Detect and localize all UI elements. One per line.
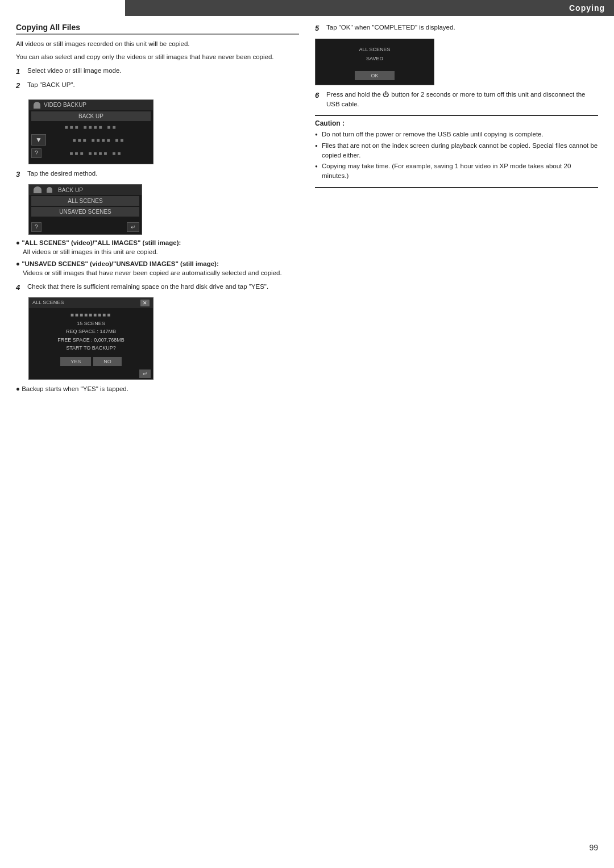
bullet2-text: Videos or still images that have never b… bbox=[16, 268, 299, 278]
screen3-header-left: ALL SCENES bbox=[32, 300, 64, 306]
screen3-close[interactable]: ✕ bbox=[140, 300, 150, 306]
caution-item-3: Copying may take time. (For example, sav… bbox=[315, 161, 598, 181]
screen1-row2: ■■■ ■■■■ ■■ bbox=[31, 122, 151, 132]
screen4-ok-btn[interactable]: OK bbox=[355, 71, 394, 80]
left-column: Copying All Files All videos or still im… bbox=[16, 23, 299, 397]
step-6-num: 6 bbox=[315, 90, 323, 110]
bullet1-text: All videos or still images in this unit … bbox=[16, 247, 299, 257]
screen2-unsaved[interactable]: UNSAVED SCENES bbox=[31, 207, 139, 217]
caution-item-2: Files that are not on the index screen d… bbox=[315, 141, 598, 161]
screen3-info: ■■■■■■■■■ 15 SCENES REQ SPACE : 147MB FR… bbox=[29, 308, 153, 355]
step-5-text: Tap "OK" when "COMPLETED" is displayed. bbox=[326, 23, 598, 34]
screen3-free: FREE SPACE : 0,007,768MB bbox=[34, 336, 148, 344]
page-number: 99 bbox=[589, 843, 598, 852]
main-content: Copying All Files All videos or still im… bbox=[16, 23, 598, 397]
backup-note: ● Backup starts when "YES" is tapped. bbox=[16, 384, 299, 394]
step-3-text: Tap the desired method. bbox=[27, 169, 299, 180]
screen3-scenes: 15 SCENES bbox=[34, 319, 148, 327]
screen4-line1: ALL SCENES bbox=[320, 45, 429, 54]
screen2-allscenes[interactable]: ALL SCENES bbox=[31, 196, 139, 206]
screen1-row4: ■■■ ■■■■ ■■ bbox=[43, 148, 150, 158]
step-4: 4 Check that there is sufficient remaini… bbox=[16, 282, 299, 293]
screen2-icon2 bbox=[47, 187, 52, 193]
screen2-question-icon[interactable]: ? bbox=[31, 222, 42, 232]
intro-line2: You can also select and copy only the vi… bbox=[16, 52, 299, 62]
step-4-text: Check that there is sufficient remaining… bbox=[27, 282, 299, 293]
bullet1-title: ● "ALL SCENES" (video)/"ALL IMAGES" (sti… bbox=[16, 239, 299, 246]
caution-box: Caution : Do not turn off the power or r… bbox=[315, 115, 598, 188]
screen2-title: BACK UP bbox=[58, 187, 83, 193]
screen1-question-icon[interactable]: ? bbox=[31, 148, 42, 158]
step-6-text: Press and hold the ⏻ button for 2 second… bbox=[326, 90, 598, 110]
screen3-no-btn[interactable]: NO bbox=[93, 357, 122, 366]
screen2-nav: ? ↵ bbox=[29, 221, 142, 234]
allscenes-confirm-screen: ALL SCENES ✕ ■■■■■■■■■ 15 SCENES REQ SPA… bbox=[28, 297, 154, 380]
step-5-num: 5 bbox=[315, 23, 323, 34]
step-6: 6 Press and hold the ⏻ button for 2 seco… bbox=[315, 90, 598, 110]
screen3-dots: ■■■■■■■■■ bbox=[34, 310, 148, 319]
screen3-btns: YES NO bbox=[29, 355, 153, 368]
screen4-line2: SAVED bbox=[320, 54, 429, 63]
screen1-row1[interactable]: BACK UP bbox=[31, 111, 151, 121]
step-5: 5 Tap "OK" when "COMPLETED" is displayed… bbox=[315, 23, 598, 34]
right-column: 5 Tap "OK" when "COMPLETED" is displayed… bbox=[315, 23, 598, 397]
screen1-icon bbox=[34, 102, 40, 109]
caution-list: Do not turn off the power or remove the … bbox=[315, 130, 598, 181]
screen3-back: ↵ bbox=[29, 368, 153, 379]
bullet2-title: ● "UNSAVED SCENES" (video)/"UNSAVED IMAG… bbox=[16, 260, 299, 267]
screen1-down-icon[interactable]: ▼ bbox=[31, 134, 46, 146]
screen1-titlebar: VIDEO BACKUP bbox=[29, 100, 153, 110]
step-2-num: 2 bbox=[16, 80, 24, 92]
screen2-back-icon[interactable]: ↵ bbox=[127, 222, 139, 232]
screen1-title: VIDEO BACKUP bbox=[44, 102, 86, 108]
step-2-text: Tap "BACK UP". bbox=[27, 80, 299, 92]
header-title: Copying bbox=[569, 3, 605, 13]
backup-menu-screen: BACK UP ALL SCENES UNSAVED SCENES ? ↵ bbox=[28, 184, 142, 235]
screen1-nav: ▼ ■■■ ■■■■ ■■ bbox=[29, 133, 153, 147]
step-4-num: 4 bbox=[16, 282, 24, 293]
video-backup-screen: VIDEO BACKUP BACK UP ■■■ ■■■■ ■■ ▼ ■■■ ■… bbox=[28, 99, 154, 164]
caution-item-1: Do not turn off the power or remove the … bbox=[315, 130, 598, 139]
step-1-text: Select video or still image mode. bbox=[27, 66, 299, 77]
step-3: 3 Tap the desired method. bbox=[16, 169, 299, 180]
step-2: 2 Tap "BACK UP". bbox=[16, 80, 299, 92]
caution-title: Caution : bbox=[315, 119, 598, 127]
step-1-num: 1 bbox=[16, 66, 24, 77]
screen3-back-icon[interactable]: ↵ bbox=[139, 369, 151, 378]
screen2-titlebar: BACK UP bbox=[29, 185, 142, 195]
screen1-row3: ■■■ ■■■■ ■■ bbox=[48, 135, 150, 145]
intro-line1: All videos or still images recorded on t… bbox=[16, 39, 299, 49]
screen4-btn-row: OK bbox=[316, 69, 434, 85]
allscenes-saved-screen: ALL SCENES SAVED OK bbox=[315, 39, 434, 85]
screen3-header: ALL SCENES ✕ bbox=[29, 298, 153, 308]
screen2-icon bbox=[34, 186, 42, 193]
screen3-start: START TO BACKUP? bbox=[34, 344, 148, 352]
screen3-req: REQ SPACE : 147MB bbox=[34, 327, 148, 335]
section-title: Copying All Files bbox=[16, 23, 299, 35]
screen3-yes-btn[interactable]: YES bbox=[60, 357, 91, 366]
header-bar: Copying bbox=[125, 0, 614, 16]
step-1: 1 Select video or still image mode. bbox=[16, 66, 299, 77]
screen4-info: ALL SCENES SAVED bbox=[316, 39, 434, 69]
step-3-num: 3 bbox=[16, 169, 24, 180]
